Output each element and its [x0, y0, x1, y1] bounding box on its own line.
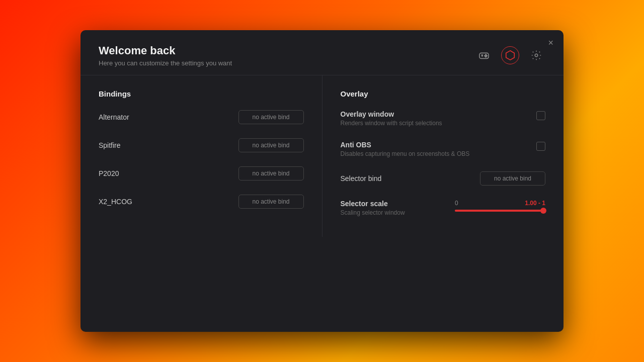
controller-icon — [478, 50, 490, 61]
anti-obs-row: Anti OBS Disables capturing menu on scre… — [341, 141, 546, 157]
bind-button-alternator[interactable]: no active bind — [238, 110, 304, 124]
modal-subtitle: Here you can customize the settings you … — [99, 59, 232, 67]
main-modal: × Welcome back Here you can customize th… — [80, 30, 564, 332]
bindings-title: Bindings — [99, 89, 304, 98]
anti-obs-checkbox[interactable] — [536, 142, 545, 151]
binding-label-alternator: Alternator — [99, 113, 129, 121]
svg-marker-9 — [506, 51, 515, 60]
settings-icon-button[interactable] — [527, 46, 545, 64]
binding-row-alternator: Alternator no active bind — [99, 110, 304, 124]
binding-label-x2hcog: X2_HCOG — [99, 198, 132, 206]
bind-button-spitfire[interactable]: no active bind — [238, 138, 304, 152]
hexagon-icon-button[interactable] — [501, 46, 519, 64]
overlay-title: Overlay — [341, 89, 546, 98]
selector-bind-label: Selector bind — [341, 174, 382, 183]
svg-point-8 — [486, 56, 487, 57]
header-icons — [475, 46, 545, 64]
bind-button-x2hcog[interactable]: no active bind — [238, 195, 304, 209]
selector-bind-button[interactable]: no active bind — [480, 171, 545, 186]
selector-scale-label: Selector scale — [341, 200, 405, 208]
anti-obs-label: Anti OBS — [341, 141, 470, 149]
slider-fill — [455, 210, 545, 212]
gear-icon — [531, 50, 542, 61]
scale-slider[interactable] — [455, 210, 545, 212]
binding-label-spitfire: Spitfire — [99, 141, 121, 149]
slider-thumb[interactable] — [540, 208, 546, 214]
modal-body: Bindings Alternator no active bind Spitf… — [80, 75, 564, 237]
overlay-window-desc: Renders window with script selections — [341, 120, 442, 127]
hexagon-icon — [505, 50, 516, 61]
scale-labels: 0 1.00 - 1 — [455, 200, 545, 207]
modal-title: Welcome back — [99, 44, 232, 57]
bindings-panel: Bindings Alternator no active bind Spitf… — [80, 75, 323, 237]
overlay-window-row: Overlay window Renders window with scrip… — [341, 110, 546, 127]
selector-bind-row: Selector bind no active bind — [341, 171, 546, 186]
scale-controls: 0 1.00 - 1 — [455, 200, 545, 212]
controller-icon-button[interactable] — [475, 46, 493, 64]
selector-scale-text: Selector scale Scaling selector window — [341, 200, 405, 216]
selector-scale-row: Selector scale Scaling selector window 0… — [341, 200, 546, 216]
modal-header: Welcome back Here you can customize the … — [80, 30, 564, 75]
overlay-window-checkbox[interactable] — [536, 111, 545, 120]
anti-obs-desc: Disables capturing menu on screenshots &… — [341, 150, 470, 157]
binding-row-spitfire: Spitfire no active bind — [99, 138, 304, 152]
binding-row-p2020: P2020 no active bind — [99, 166, 304, 180]
selector-scale-desc: Scaling selector window — [341, 209, 405, 216]
overlay-window-text: Overlay window Renders window with scrip… — [341, 110, 442, 127]
binding-label-p2020: P2020 — [99, 169, 119, 177]
scale-value-display: 1.00 - 1 — [525, 200, 545, 207]
scale-min: 0 — [455, 200, 458, 207]
overlay-panel: Overlay Overlay window Renders window wi… — [323, 75, 564, 237]
overlay-window-label: Overlay window — [341, 110, 442, 118]
anti-obs-text: Anti OBS Disables capturing menu on scre… — [341, 141, 470, 157]
title-block: Welcome back Here you can customize the … — [99, 44, 232, 67]
close-button[interactable]: × — [548, 38, 553, 47]
svg-point-10 — [535, 54, 538, 57]
binding-row-x2hcog: X2_HCOG no active bind — [99, 195, 304, 209]
bind-button-p2020[interactable]: no active bind — [238, 166, 304, 180]
